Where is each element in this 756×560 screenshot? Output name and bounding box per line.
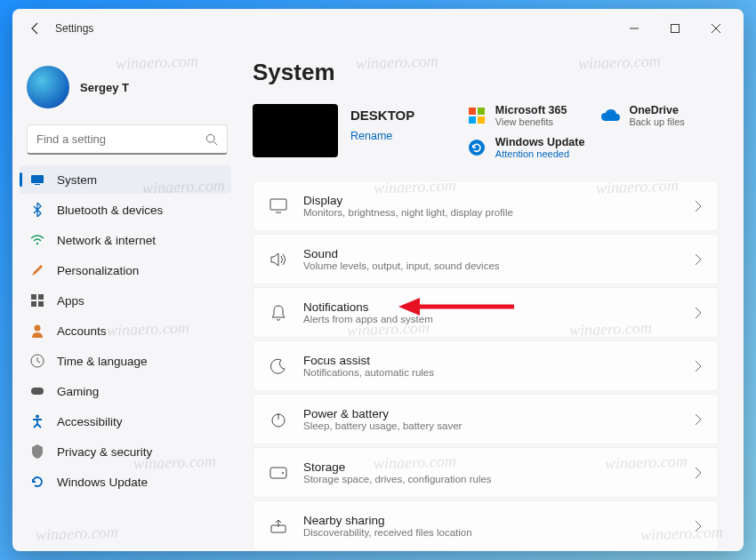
- speaker-icon: [269, 251, 287, 268]
- svg-rect-20: [478, 116, 485, 124]
- chevron-right-icon: [695, 467, 702, 479]
- card-sub: Volume levels, output, input, sound devi…: [303, 260, 679, 271]
- svg-rect-9: [31, 294, 36, 300]
- nav-personalization[interactable]: Personalization: [20, 256, 231, 284]
- nav-label: Apps: [57, 294, 84, 308]
- apps-icon: [30, 293, 44, 308]
- cloud-icon: [600, 106, 620, 125]
- card-title: Nearby sharing: [303, 514, 679, 527]
- watermark: winaero.com: [347, 318, 430, 340]
- svg-point-16: [36, 415, 39, 419]
- device-name: DESKTOP: [350, 108, 414, 123]
- watermark: winaero.com: [142, 176, 226, 197]
- titlebar: Settings: [12, 9, 744, 48]
- power-icon: [269, 411, 287, 428]
- chevron-right-icon: [695, 307, 702, 319]
- close-icon: [712, 24, 720, 33]
- svg-point-21: [469, 140, 485, 156]
- settings-cards: DisplayMonitors, brightness, night light…: [253, 180, 719, 551]
- card-title: Notifications: [303, 300, 679, 314]
- device-image: [253, 104, 338, 157]
- nav-bluetooth[interactable]: Bluetooth & devices: [20, 196, 231, 224]
- svg-rect-17: [469, 108, 476, 115]
- back-button[interactable]: [27, 20, 44, 37]
- gamepad-icon: [30, 384, 44, 398]
- watermark: winaero.com: [640, 523, 724, 544]
- nav-windows-update[interactable]: Windows Update: [20, 468, 231, 496]
- nav-label: Network & internet: [57, 234, 156, 247]
- watermark: winaero.com: [374, 176, 457, 197]
- watermark: winaero.com: [605, 452, 688, 473]
- nav-label: Accounts: [57, 324, 107, 338]
- tile-sub: Back up files: [629, 116, 684, 127]
- card-sub: Monitors, brightness, night light, displ…: [303, 207, 679, 218]
- card-title: Power & battery: [303, 407, 679, 420]
- svg-line-5: [213, 141, 217, 145]
- card-power[interactable]: Power & batterySleep, battery usage, bat…: [253, 394, 719, 444]
- watermark: winaero.com: [374, 452, 457, 473]
- tile-sub: Attention needed: [495, 148, 585, 159]
- chevron-right-icon: [695, 360, 702, 372]
- drive-icon: [269, 464, 287, 482]
- nav-label: System: [57, 173, 97, 187]
- watermark: winaero.com: [133, 452, 217, 473]
- svg-rect-6: [31, 175, 44, 183]
- watermark: winaero.com: [36, 523, 119, 544]
- device-block: DESKTOP Rename: [253, 104, 414, 159]
- tile-ms365[interactable]: Microsoft 365View benefits: [467, 104, 585, 127]
- card-sound[interactable]: SoundVolume levels, output, input, sound…: [253, 234, 719, 284]
- display-icon: [30, 172, 44, 187]
- nav-label: Personalization: [57, 264, 139, 277]
- tile-onedrive[interactable]: OneDriveBack up files: [600, 104, 719, 127]
- minimize-button[interactable]: [614, 14, 655, 43]
- svg-rect-7: [35, 184, 40, 185]
- nav-label: Windows Update: [57, 476, 148, 489]
- watermark: winaero.com: [569, 318, 653, 340]
- tile-title: Windows Update: [495, 136, 585, 148]
- moon-icon: [269, 357, 287, 375]
- watermark: winaero.com: [578, 52, 662, 73]
- watermark: winaero.com: [116, 52, 199, 73]
- update-icon: [30, 475, 44, 489]
- svg-point-27: [282, 472, 284, 474]
- tile-sub: View benefits: [495, 116, 567, 127]
- nav-gaming[interactable]: Gaming: [20, 377, 231, 405]
- user-name: Sergey T: [80, 81, 129, 94]
- main-panel: System DESKTOP Rename Microsoft 365View …: [235, 48, 744, 551]
- nav-label: Gaming: [57, 385, 99, 398]
- svg-point-13: [35, 325, 41, 332]
- chevron-right-icon: [695, 200, 702, 212]
- nav-apps[interactable]: Apps: [20, 286, 231, 315]
- card-focus-assist[interactable]: Focus assistNotifications, automatic rul…: [253, 340, 719, 391]
- nav-label: Time & language: [57, 355, 148, 368]
- minimize-icon: [630, 24, 639, 33]
- rename-link[interactable]: Rename: [350, 130, 414, 142]
- watermark: winaero.com: [356, 52, 439, 73]
- tile-title: Microsoft 365: [495, 104, 567, 116]
- card-sub: Discoverability, received files location: [303, 527, 679, 538]
- watermark: winaero.com: [107, 318, 190, 340]
- clock-icon: [30, 354, 44, 368]
- nav-network[interactable]: Network & internet: [20, 226, 231, 254]
- nav-accessibility[interactable]: Accessibility: [20, 407, 231, 436]
- svg-rect-11: [31, 301, 36, 307]
- card-sub: Notifications, automatic rules: [303, 367, 679, 378]
- close-button[interactable]: [696, 14, 736, 43]
- svg-rect-12: [38, 301, 44, 307]
- brush-icon: [30, 263, 44, 277]
- maximize-button[interactable]: [655, 14, 696, 43]
- card-title: Focus assist: [303, 354, 679, 367]
- search-input[interactable]: [36, 132, 205, 146]
- nav-time-language[interactable]: Time & language: [20, 347, 231, 375]
- tile-title: OneDrive: [629, 104, 684, 116]
- search-box[interactable]: [27, 124, 228, 155]
- svg-rect-18: [478, 108, 485, 115]
- svg-point-4: [206, 134, 214, 142]
- chevron-right-icon: [695, 413, 702, 426]
- update-circle-icon: [467, 138, 487, 157]
- svg-rect-22: [270, 199, 286, 210]
- nav-label: Accessibility: [57, 415, 123, 428]
- watermark: winaero.com: [596, 176, 680, 197]
- tile-windows-update[interactable]: Windows UpdateAttention needed: [467, 136, 585, 159]
- wifi-icon: [30, 233, 44, 247]
